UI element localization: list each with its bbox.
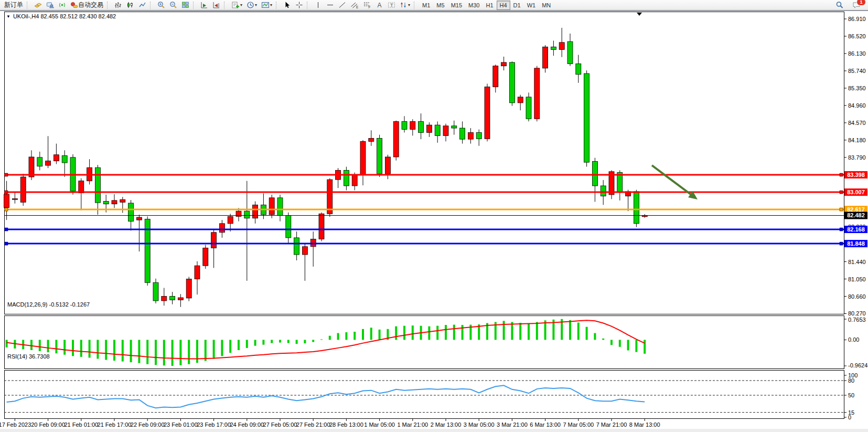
time-tick-label: 27 Feb 05:00 [263,422,297,428]
vertical-line-button[interactable] [312,0,324,10]
equidistant-channel-button[interactable]: E [348,0,361,10]
candle-body [302,247,307,255]
accounts-icon [46,1,54,9]
cursor-button[interactable] [281,0,293,10]
timeframe-h1[interactable]: H1 [483,1,496,10]
price-tick-label: 84.960 [848,102,866,109]
auto-trading-label: 自动交易 [78,1,103,9]
new-chart-button[interactable]: ▾ [229,0,244,10]
tile-windows-icon [181,1,189,9]
fibonacci-button[interactable]: F [361,0,373,10]
trendline-button[interactable] [336,0,348,10]
svg-text:T: T [390,3,393,8]
search-button[interactable] [833,0,846,10]
new-chart-icon [231,1,240,9]
candle-body [120,199,125,202]
timeframe-m1[interactable]: M1 [419,1,433,10]
price-tick-label: 86.910 [848,16,866,22]
price-chart[interactable]: 86.91086.52086.13085.74085.35084.96084.5… [0,0,868,432]
new-order-button[interactable]: 新订单 [2,0,25,10]
text-button[interactable]: A [373,0,385,10]
rsi-tick-label: 80 [848,377,854,384]
candle-body [393,121,399,157]
candle-body [567,41,573,64]
candle-body [162,297,167,301]
chart-title-text: UKOil-,H4 82.455 82.512 82.430 82.482 [13,13,116,19]
candle-body [294,238,299,255]
candle-body [29,157,34,177]
candle-body [559,43,564,50]
time-tick-label: 6 Mar 13:00 [530,422,561,428]
accounts-button[interactable] [44,0,56,10]
rsi-plot-area [5,371,844,419]
text-label-icon: T [388,1,395,9]
candle-body [426,125,432,132]
tile-windows-button[interactable] [179,0,191,10]
price-level-box-label: 82.482 [847,212,865,218]
candle [327,178,333,217]
chart-shift-button[interactable] [210,0,222,10]
timeframe-d1[interactable]: D1 [510,1,524,10]
auto-trading-button[interactable]: 自动交易 [68,0,105,10]
zoom-in-button[interactable] [155,0,167,10]
horizontal-line-button[interactable] [324,0,336,10]
candle-body [410,121,415,129]
toolbar-separator [414,2,417,9]
candle-body [46,161,51,165]
price-tick-label: 84.570 [848,120,866,126]
candle-body [534,68,540,119]
candle-body [62,155,67,163]
candle-body [369,138,374,141]
toolbar-separator [27,2,30,9]
line-handle [5,173,8,176]
candle [634,190,639,227]
timeframe-m5[interactable]: M5 [433,1,447,10]
bar-chart-icon [114,1,122,9]
auto-scroll-button[interactable] [198,0,210,10]
zoom-out-button[interactable] [167,0,179,10]
crosshair-button[interactable] [293,0,305,10]
line-chart-button[interactable] [136,0,148,10]
candle-body [518,97,523,103]
timeframe-m30[interactable]: M30 [465,1,483,10]
timeframe-h4[interactable]: H4 [497,1,510,10]
toolbar-separator [150,2,153,9]
candle-body [443,126,448,136]
candle-body [327,180,333,214]
candle [377,135,382,177]
market-watch-button[interactable] [32,0,44,10]
price-level-box-label: 82.168 [847,226,865,233]
line-handle [840,191,843,194]
candle-body [277,198,283,216]
arrows-button[interactable]: ▾ [398,0,412,10]
timeframe-m15[interactable]: M15 [448,1,465,10]
bottom-strip [0,429,868,432]
periods-button[interactable]: ▾ [244,0,259,10]
new-order-label: 新订单 [4,1,23,9]
trendline-icon [338,1,346,9]
candle-body [319,214,324,239]
price-level-box-label: 81.848 [847,240,865,247]
timeframe-mn[interactable]: MN [539,1,554,10]
candle-body [543,47,548,68]
signals-button[interactable] [56,0,68,10]
line-handle [5,208,8,211]
timeframe-w1[interactable]: W1 [524,1,539,10]
time-tick-label: 24 Feb 09:00 [230,422,264,428]
candle [269,195,274,218]
templates-button[interactable]: ▾ [259,0,274,10]
line-handle [5,228,8,231]
collapse-icon[interactable]: ▼ [6,14,10,19]
price-tick-label: 81.440 [848,259,866,265]
chevron-down-icon: ▾ [408,3,410,7]
time-tick-label: 2 Mar 13:00 [431,422,462,428]
bar-chart-button[interactable] [112,0,124,10]
auto-scroll-icon [200,1,208,9]
candle-body [269,198,274,215]
notifications-button[interactable]: 1 [850,0,863,10]
candle-body [4,194,9,207]
candle-body [244,211,250,218]
text-label-button[interactable]: T [385,0,398,10]
candle-body [584,73,590,162]
candlestick-chart-button[interactable] [124,0,136,10]
